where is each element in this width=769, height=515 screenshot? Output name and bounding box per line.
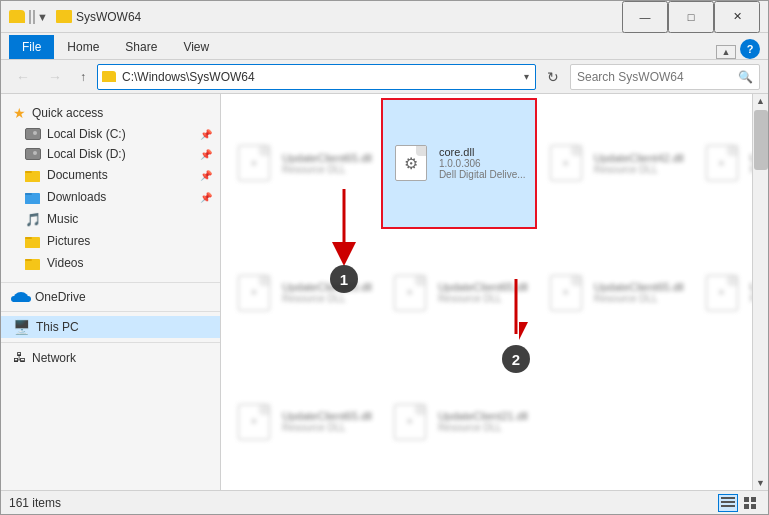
title-folder-icon2 — [56, 10, 72, 23]
status-item-count: 161 items — [9, 496, 61, 510]
file-item-1[interactable]: ≡ UpdateClient65.dll Resource DLL — [225, 98, 381, 229]
sidebar-item-onedrive[interactable]: OneDrive — [1, 287, 220, 307]
file-detail-3: Resource DLL — [594, 164, 684, 175]
file-name-10: UpdateClient21.dll — [438, 410, 528, 422]
minimize-button[interactable]: — — [622, 1, 668, 33]
file-item-2[interactable]: ⚙ core.dll 1.0.0.306 Dell Digital Delive… — [381, 98, 537, 229]
file-icon-5: ≡ — [234, 273, 274, 313]
sidebar-section-quickaccess: ★ Quick access Local Disk (C:) 📌 Local D… — [1, 98, 220, 278]
sidebar-item-quick-access[interactable]: ★ Quick access — [1, 102, 220, 124]
file-item-7[interactable]: ≡ UpdateClient65.dll Resource DLL — [537, 229, 693, 358]
main-content: ★ Quick access Local Disk (C:) 📌 Local D… — [1, 94, 768, 490]
file-item-5[interactable]: ≡ UpdateClient63.dll Resource DLL — [225, 229, 381, 358]
sidebar-label-pictures: Pictures — [47, 234, 212, 248]
forward-button[interactable]: → — [41, 65, 69, 89]
view-tiles-button[interactable] — [740, 494, 760, 512]
svg-rect-18 — [721, 505, 735, 507]
sidebar-label-quick-access: Quick access — [32, 106, 212, 120]
scroll-thumb[interactable] — [754, 110, 768, 170]
address-folder-icon — [102, 71, 116, 82]
window-title: SysWOW64 — [76, 10, 141, 24]
sidebar-item-videos[interactable]: Videos — [1, 252, 220, 274]
close-button[interactable]: ✕ — [714, 1, 760, 33]
address-bar: ← → ↑ ▾ ↻ 🔍 — [1, 60, 768, 94]
search-input[interactable] — [577, 70, 738, 84]
maximize-button[interactable]: □ — [668, 1, 714, 33]
file-info-1: UpdateClient65.dll Resource DLL — [282, 152, 372, 175]
documents-icon — [25, 167, 41, 183]
explorer-window: ▼ SysWOW64 — □ ✕ File Home Share View ▲ … — [0, 0, 769, 515]
star-icon: ★ — [13, 105, 26, 121]
hdd-icon-d — [25, 148, 41, 160]
file-item-3[interactable]: ≡ UpdateClient42.dll Resource DLL — [537, 98, 693, 229]
svg-rect-5 — [25, 195, 40, 204]
tab-home[interactable]: Home — [54, 35, 112, 59]
svg-rect-2 — [25, 173, 40, 182]
file-item-8[interactable]: ≡ UpdateClient19.dll Resource DLL — [693, 229, 752, 358]
tab-file[interactable]: File — [9, 35, 54, 59]
file-item-4[interactable]: ≡ UpdateClient19.dll Resource DLL — [693, 98, 752, 229]
file-icon-7: ≡ — [546, 273, 586, 313]
music-icon: 🎵 — [25, 211, 41, 227]
view-details-button[interactable] — [718, 494, 738, 512]
title-bar-left: ▼ SysWOW64 — [9, 10, 622, 24]
downloads-icon — [25, 189, 41, 205]
address-input-wrap: ▾ — [97, 64, 536, 90]
svg-rect-16 — [721, 497, 735, 499]
scroll-up-button[interactable]: ▲ — [754, 94, 768, 108]
file-detail-4: Resource DLL — [750, 164, 752, 175]
sidebar-divider — [1, 282, 220, 283]
file-item-6[interactable]: ≡ UpdateClient65.dll Resource DLL — [381, 229, 537, 358]
file-name-3: UpdateClient42.dll — [594, 152, 684, 164]
refresh-button[interactable]: ↻ — [540, 65, 566, 89]
file-name-9: UpdateClient65.dll — [282, 410, 372, 422]
file-info-8: UpdateClient19.dll Resource DLL — [750, 281, 752, 304]
file-grid: ≡ UpdateClient65.dll Resource DLL ⚙ core… — [221, 94, 752, 490]
ribbon-collapse[interactable]: ▲ — [716, 45, 736, 59]
sidebar-item-documents[interactable]: Documents 📌 — [1, 164, 220, 186]
file-info-10: UpdateClient21.dll Resource DLL — [438, 410, 528, 433]
network-icon: 🖧 — [13, 350, 26, 365]
up-button[interactable]: ↑ — [73, 66, 93, 88]
file-item-10[interactable]: ≡ UpdateClient21.dll Resource DLL — [381, 357, 537, 486]
file-icon-9: ≡ — [234, 402, 274, 442]
sidebar-divider3 — [1, 342, 220, 343]
title-separator2 — [33, 10, 35, 24]
address-dropdown-button[interactable]: ▾ — [522, 69, 531, 84]
tab-share[interactable]: Share — [112, 35, 170, 59]
status-bar: 161 items — [1, 490, 768, 514]
hdd-icon-c — [25, 128, 41, 140]
address-input[interactable] — [122, 70, 522, 84]
back-button[interactable]: ← — [9, 65, 37, 89]
file-detail-1: Resource DLL — [282, 164, 372, 175]
sidebar: ★ Quick access Local Disk (C:) 📌 Local D… — [1, 94, 221, 490]
view-buttons — [718, 494, 760, 512]
sidebar-item-downloads[interactable]: Downloads 📌 — [1, 186, 220, 208]
sidebar-item-pictures[interactable]: Pictures — [1, 230, 220, 252]
help-button[interactable]: ? — [740, 39, 760, 59]
sidebar-label-videos: Videos — [47, 256, 212, 270]
sidebar-item-music[interactable]: 🎵 Music — [1, 208, 220, 230]
file-name-7: UpdateClient65.dll — [594, 281, 684, 293]
search-icon: 🔍 — [738, 70, 753, 84]
title-separator — [29, 10, 31, 24]
sidebar-item-this-pc[interactable]: 🖥️ This PC — [1, 316, 220, 338]
file-name-5: UpdateClient63.dll — [282, 281, 372, 293]
sidebar-item-local-disk-d[interactable]: Local Disk (D:) 📌 — [1, 144, 220, 164]
sidebar-item-network[interactable]: 🖧 Network — [1, 347, 220, 368]
sidebar-item-local-disk-c[interactable]: Local Disk (C:) 📌 — [1, 124, 220, 144]
file-detail-9: Resource DLL — [282, 422, 372, 433]
svg-rect-4 — [25, 193, 32, 195]
svg-rect-22 — [751, 504, 756, 509]
file-detail2-2: Dell Digital Delive... — [439, 169, 527, 180]
file-icon-4: ≡ — [702, 143, 742, 183]
scroll-track — [753, 172, 768, 476]
sidebar-label-local-disk-d: Local Disk (D:) — [47, 147, 194, 161]
svg-rect-1 — [25, 171, 32, 173]
sidebar-label-documents: Documents — [47, 168, 194, 182]
scrollbar[interactable]: ▲ ▼ — [752, 94, 768, 490]
file-info-9: UpdateClient65.dll Resource DLL — [282, 410, 372, 433]
file-item-9[interactable]: ≡ UpdateClient65.dll Resource DLL — [225, 357, 381, 486]
scroll-down-button[interactable]: ▼ — [754, 476, 768, 490]
tab-view[interactable]: View — [170, 35, 222, 59]
